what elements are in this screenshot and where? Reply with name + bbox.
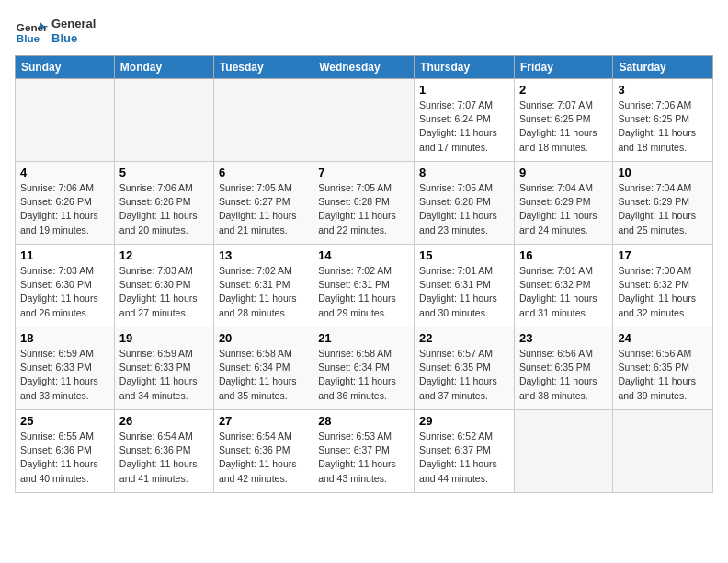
column-header-saturday: Saturday bbox=[613, 56, 713, 79]
day-number: 8 bbox=[419, 166, 509, 179]
day-info: Sunrise: 7:01 AM Sunset: 6:31 PM Dayligh… bbox=[419, 264, 509, 320]
calendar-cell bbox=[514, 410, 612, 493]
calendar-cell: 16Sunrise: 7:01 AM Sunset: 6:32 PM Dayli… bbox=[514, 245, 612, 327]
day-info: Sunrise: 7:05 AM Sunset: 6:27 PM Dayligh… bbox=[219, 181, 308, 237]
day-info: Sunrise: 7:06 AM Sunset: 6:25 PM Dayligh… bbox=[618, 98, 708, 155]
day-number: 14 bbox=[318, 248, 409, 262]
day-number: 20 bbox=[219, 331, 308, 345]
day-info: Sunrise: 7:05 AM Sunset: 6:28 PM Dayligh… bbox=[318, 181, 409, 237]
calendar-week-4: 18Sunrise: 6:59 AM Sunset: 6:33 PM Dayli… bbox=[16, 327, 713, 410]
day-info: Sunrise: 6:55 AM Sunset: 6:36 PM Dayligh… bbox=[20, 430, 109, 486]
day-info: Sunrise: 6:58 AM Sunset: 6:34 PM Dayligh… bbox=[318, 347, 409, 403]
calendar-cell: 3Sunrise: 7:06 AM Sunset: 6:25 PM Daylig… bbox=[613, 79, 713, 162]
day-info: Sunrise: 7:05 AM Sunset: 6:28 PM Dayligh… bbox=[419, 181, 509, 237]
column-header-monday: Monday bbox=[114, 56, 213, 79]
calendar-cell bbox=[114, 79, 213, 162]
column-header-wednesday: Wednesday bbox=[313, 56, 415, 79]
day-info: Sunrise: 7:01 AM Sunset: 6:32 PM Dayligh… bbox=[519, 264, 608, 320]
calendar-cell: 21Sunrise: 6:58 AM Sunset: 6:34 PM Dayli… bbox=[313, 327, 415, 410]
calendar-cell: 28Sunrise: 6:53 AM Sunset: 6:37 PM Dayli… bbox=[313, 410, 415, 493]
day-number: 28 bbox=[318, 414, 409, 428]
calendar-cell: 27Sunrise: 6:54 AM Sunset: 6:36 PM Dayli… bbox=[213, 410, 313, 493]
calendar-cell: 17Sunrise: 7:00 AM Sunset: 6:32 PM Dayli… bbox=[613, 245, 713, 327]
calendar-cell: 14Sunrise: 7:02 AM Sunset: 6:31 PM Dayli… bbox=[313, 245, 415, 327]
day-number: 10 bbox=[618, 166, 708, 179]
logo-general-text: General bbox=[51, 17, 96, 31]
calendar-cell bbox=[213, 79, 313, 162]
day-number: 11 bbox=[20, 248, 109, 262]
day-number: 19 bbox=[119, 331, 209, 345]
calendar-cell: 4Sunrise: 7:06 AM Sunset: 6:26 PM Daylig… bbox=[16, 162, 115, 245]
svg-text:Blue: Blue bbox=[17, 32, 40, 44]
day-info: Sunrise: 7:03 AM Sunset: 6:30 PM Dayligh… bbox=[20, 264, 109, 320]
day-number: 22 bbox=[419, 331, 509, 345]
calendar-week-1: 1Sunrise: 7:07 AM Sunset: 6:24 PM Daylig… bbox=[16, 79, 713, 162]
calendar-cell: 8Sunrise: 7:05 AM Sunset: 6:28 PM Daylig… bbox=[415, 162, 515, 245]
calendar-cell: 22Sunrise: 6:57 AM Sunset: 6:35 PM Dayli… bbox=[415, 327, 515, 410]
day-number: 25 bbox=[20, 414, 109, 428]
calendar-week-5: 25Sunrise: 6:55 AM Sunset: 6:36 PM Dayli… bbox=[16, 410, 713, 493]
day-number: 3 bbox=[618, 83, 708, 97]
calendar-cell bbox=[16, 79, 115, 162]
day-number: 16 bbox=[519, 248, 608, 262]
column-headers-row: SundayMondayTuesdayWednesdayThursdayFrid… bbox=[16, 56, 713, 79]
calendar-cell: 13Sunrise: 7:02 AM Sunset: 6:31 PM Dayli… bbox=[213, 245, 313, 327]
day-number: 4 bbox=[20, 166, 109, 179]
day-info: Sunrise: 6:58 AM Sunset: 6:34 PM Dayligh… bbox=[219, 347, 308, 403]
day-number: 21 bbox=[318, 331, 409, 345]
calendar-body: 1Sunrise: 7:07 AM Sunset: 6:24 PM Daylig… bbox=[16, 79, 713, 493]
day-info: Sunrise: 6:54 AM Sunset: 6:36 PM Dayligh… bbox=[219, 430, 308, 486]
column-header-sunday: Sunday bbox=[16, 56, 115, 79]
calendar-cell: 6Sunrise: 7:05 AM Sunset: 6:27 PM Daylig… bbox=[213, 162, 313, 245]
day-number: 29 bbox=[419, 414, 509, 428]
day-info: Sunrise: 7:06 AM Sunset: 6:26 PM Dayligh… bbox=[119, 181, 209, 237]
calendar-cell: 19Sunrise: 6:59 AM Sunset: 6:33 PM Dayli… bbox=[114, 327, 213, 410]
logo-icon: General Blue bbox=[15, 15, 48, 48]
calendar-cell: 12Sunrise: 7:03 AM Sunset: 6:30 PM Dayli… bbox=[114, 245, 213, 327]
calendar-cell: 9Sunrise: 7:04 AM Sunset: 6:29 PM Daylig… bbox=[514, 162, 612, 245]
calendar-cell bbox=[313, 79, 415, 162]
page-header: General Blue General Blue bbox=[15, 15, 713, 48]
day-info: Sunrise: 7:03 AM Sunset: 6:30 PM Dayligh… bbox=[119, 264, 209, 320]
calendar-week-3: 11Sunrise: 7:03 AM Sunset: 6:30 PM Dayli… bbox=[16, 245, 713, 327]
day-info: Sunrise: 7:07 AM Sunset: 6:24 PM Dayligh… bbox=[419, 98, 509, 155]
day-number: 26 bbox=[119, 414, 209, 428]
calendar-cell: 1Sunrise: 7:07 AM Sunset: 6:24 PM Daylig… bbox=[415, 79, 515, 162]
calendar-cell: 25Sunrise: 6:55 AM Sunset: 6:36 PM Dayli… bbox=[16, 410, 115, 493]
calendar-cell: 5Sunrise: 7:06 AM Sunset: 6:26 PM Daylig… bbox=[114, 162, 213, 245]
calendar-cell: 29Sunrise: 6:52 AM Sunset: 6:37 PM Dayli… bbox=[415, 410, 515, 493]
day-number: 18 bbox=[20, 331, 109, 345]
day-info: Sunrise: 6:56 AM Sunset: 6:35 PM Dayligh… bbox=[519, 347, 608, 403]
column-header-tuesday: Tuesday bbox=[213, 56, 313, 79]
logo: General Blue General Blue bbox=[15, 15, 96, 48]
day-info: Sunrise: 6:52 AM Sunset: 6:37 PM Dayligh… bbox=[419, 430, 509, 486]
column-header-thursday: Thursday bbox=[415, 56, 515, 79]
day-number: 9 bbox=[519, 166, 608, 179]
day-info: Sunrise: 6:53 AM Sunset: 6:37 PM Dayligh… bbox=[318, 430, 409, 486]
day-number: 7 bbox=[318, 166, 409, 179]
day-info: Sunrise: 7:04 AM Sunset: 6:29 PM Dayligh… bbox=[618, 181, 708, 237]
calendar-cell bbox=[613, 410, 713, 493]
day-info: Sunrise: 7:02 AM Sunset: 6:31 PM Dayligh… bbox=[318, 264, 409, 320]
day-info: Sunrise: 7:04 AM Sunset: 6:29 PM Dayligh… bbox=[519, 181, 608, 237]
calendar-cell: 23Sunrise: 6:56 AM Sunset: 6:35 PM Dayli… bbox=[514, 327, 612, 410]
calendar-cell: 24Sunrise: 6:56 AM Sunset: 6:35 PM Dayli… bbox=[613, 327, 713, 410]
day-number: 17 bbox=[618, 248, 708, 262]
calendar-cell: 7Sunrise: 7:05 AM Sunset: 6:28 PM Daylig… bbox=[313, 162, 415, 245]
day-info: Sunrise: 6:56 AM Sunset: 6:35 PM Dayligh… bbox=[618, 347, 708, 403]
day-number: 2 bbox=[519, 83, 608, 97]
day-info: Sunrise: 7:06 AM Sunset: 6:26 PM Dayligh… bbox=[20, 181, 109, 237]
day-number: 1 bbox=[419, 83, 509, 97]
day-number: 5 bbox=[119, 166, 209, 179]
day-number: 23 bbox=[519, 331, 608, 345]
day-info: Sunrise: 7:07 AM Sunset: 6:25 PM Dayligh… bbox=[519, 98, 608, 155]
calendar-cell: 10Sunrise: 7:04 AM Sunset: 6:29 PM Dayli… bbox=[613, 162, 713, 245]
day-number: 15 bbox=[419, 248, 509, 262]
day-info: Sunrise: 7:00 AM Sunset: 6:32 PM Dayligh… bbox=[618, 264, 708, 320]
calendar-week-2: 4Sunrise: 7:06 AM Sunset: 6:26 PM Daylig… bbox=[16, 162, 713, 245]
day-number: 24 bbox=[618, 331, 708, 345]
day-info: Sunrise: 6:59 AM Sunset: 6:33 PM Dayligh… bbox=[119, 347, 209, 403]
calendar-table: SundayMondayTuesdayWednesdayThursdayFrid… bbox=[15, 55, 713, 493]
day-number: 6 bbox=[219, 166, 308, 179]
calendar-cell: 18Sunrise: 6:59 AM Sunset: 6:33 PM Dayli… bbox=[16, 327, 115, 410]
